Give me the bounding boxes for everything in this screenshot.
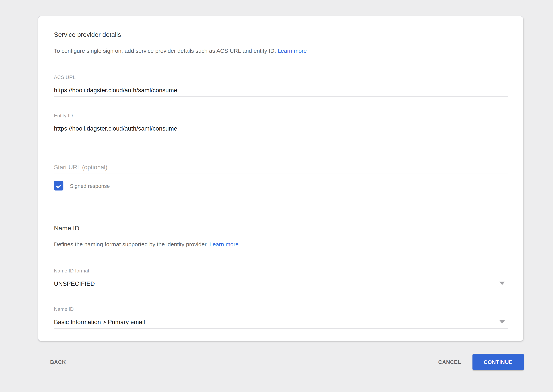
- chevron-down-icon[interactable]: [499, 320, 505, 323]
- name-id-field: Name ID Basic Information > Primary emai…: [54, 306, 508, 329]
- name-id-format-label: Name ID format: [54, 268, 508, 274]
- name-id-description-text: Defines the naming format supported by t…: [54, 241, 208, 247]
- service-provider-details-card: Service provider details To configure si…: [38, 16, 523, 341]
- learn-more-link[interactable]: Learn more: [278, 48, 307, 54]
- name-id-select[interactable]: Basic Information > Primary email: [54, 318, 508, 329]
- card-description: To configure single sign on, add service…: [54, 47, 508, 55]
- page-title: Service provider details: [54, 31, 508, 39]
- entity-id-value[interactable]: https://hooli.dagster.cloud/auth/saml/co…: [54, 125, 508, 135]
- signed-response-checkbox[interactable]: [54, 181, 64, 190]
- acs-url-label: ACS URL: [54, 74, 508, 80]
- name-id-format-value: UNSPECIFIED: [54, 280, 95, 287]
- page: Service provider details To configure si…: [0, 0, 553, 392]
- entity-id-label: Entity ID: [54, 113, 508, 119]
- name-id-label: Name ID: [54, 306, 508, 312]
- continue-button[interactable]: CONTINUE: [473, 354, 524, 370]
- checkmark-icon: [55, 182, 63, 190]
- name-id-format-field: Name ID format UNSPECIFIED: [54, 268, 508, 290]
- name-id-value: Basic Information > Primary email: [54, 319, 145, 325]
- card-description-text: To configure single sign on, add service…: [54, 48, 276, 54]
- back-button[interactable]: BACK: [47, 356, 69, 368]
- cancel-button[interactable]: CANCEL: [435, 356, 464, 368]
- signed-response-label: Signed response: [70, 182, 110, 189]
- name-id-learn-more-link[interactable]: Learn more: [209, 241, 238, 247]
- name-id-section-title: Name ID: [54, 224, 508, 233]
- acs-url-field[interactable]: ACS URL https://hooli.dagster.cloud/auth…: [54, 74, 508, 97]
- start-url-field: [54, 163, 508, 173]
- acs-url-value[interactable]: https://hooli.dagster.cloud/auth/saml/co…: [54, 86, 508, 97]
- name-id-format-select[interactable]: UNSPECIFIED: [54, 280, 508, 290]
- footer-right-group: CANCEL CONTINUE: [435, 354, 524, 370]
- signed-response-row: Signed response: [54, 181, 508, 190]
- name-id-description: Defines the naming format supported by t…: [54, 241, 508, 248]
- start-url-input[interactable]: [54, 163, 508, 173]
- footer-actions: BACK CANCEL CONTINUE: [38, 354, 524, 370]
- entity-id-field[interactable]: Entity ID https://hooli.dagster.cloud/au…: [54, 113, 508, 135]
- chevron-down-icon[interactable]: [499, 282, 505, 285]
